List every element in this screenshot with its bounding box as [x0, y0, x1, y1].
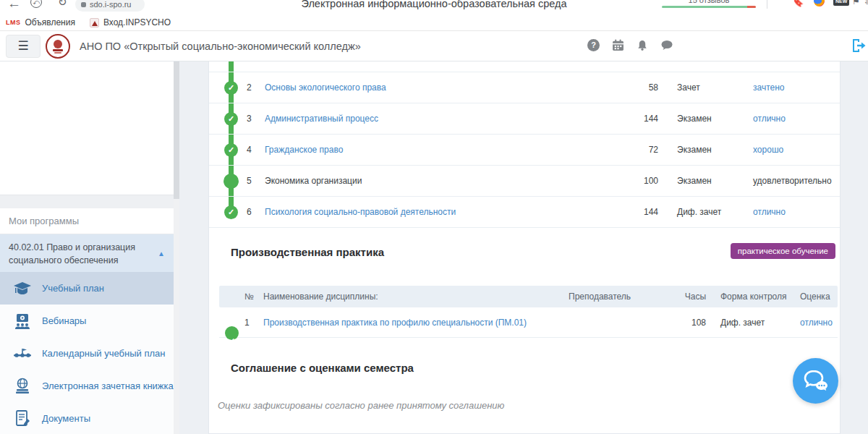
subject-link[interactable]: Гражданское право: [265, 145, 343, 155]
browser-chrome: ← ⤺ ↻ Электронная информационно-образова…: [0, 0, 868, 14]
program-name: 40.02.01 Право и организация социального…: [9, 242, 135, 265]
header-icons: ?: [587, 39, 673, 51]
download-icon[interactable]: ⇩: [864, 0, 868, 7]
subjects-table: ✓ 2 Основы экологического права 58 Зачет…: [209, 72, 840, 228]
logout-icon[interactable]: [851, 38, 867, 54]
sidebar-item-gradebook[interactable]: Электронная зачетная книжка: [0, 370, 174, 402]
sidebar-scrollbar[interactable]: [174, 61, 179, 434]
check-circle-icon: ✓: [224, 81, 238, 95]
row-number: 5: [247, 176, 252, 186]
sidebar-item-curriculum[interactable]: Учебный план: [0, 272, 174, 305]
hours-value: 108: [677, 318, 706, 328]
url-text: sdo.i-spo.ru: [90, 0, 131, 9]
graduation-cap-icon: [12, 278, 33, 299]
help-icon[interactable]: ?: [587, 39, 600, 51]
control-form: Экзамен: [677, 145, 712, 155]
bookmark-icon[interactable]: 🔖: [792, 0, 804, 7]
grade-link[interactable]: хорошо: [753, 145, 783, 155]
organization-name: АНО ПО «Открытый социально-экономический…: [80, 41, 361, 52]
bookmark-item-inpsycho[interactable]: Вход.INPSYCHO: [90, 17, 171, 27]
row-number: 4: [247, 145, 252, 155]
hours-value: 144: [626, 114, 658, 124]
grade-value: удовлетворительно: [753, 176, 832, 186]
hours-value: 100: [626, 176, 658, 186]
sidebar-item-webinars[interactable]: Вебинары: [0, 305, 174, 337]
control-form: Диф. зачет: [677, 207, 721, 217]
subject-link[interactable]: Административный процесс: [265, 114, 378, 124]
sidebar-item-documents[interactable]: Документы: [0, 402, 174, 434]
sidebar-item-label: Документы: [42, 413, 90, 424]
app-header: ☰ АНО ПО «Открытый социально-экономическ…: [0, 31, 868, 61]
bookmarks-bar: LMS Объявления Вход.INPSYCHO: [0, 14, 868, 31]
check-circle-icon: ✓: [225, 316, 239, 330]
new-badge[interactable]: NEW: [833, 0, 849, 6]
practical-training-badge[interactable]: практическое обучение: [731, 243, 835, 259]
sidebar-program-toggle[interactable]: 40.02.01 Право и организация социального…: [0, 234, 174, 272]
col-header-number: №: [244, 292, 254, 302]
sidebar: Мои программы 40.02.01 Право и организац…: [0, 61, 179, 434]
grade-link[interactable]: отлично: [753, 114, 786, 124]
row-number: 1: [244, 318, 250, 328]
row-number: 2: [247, 82, 252, 93]
table-row: ✓ 1 Производственная практика по профилю…: [219, 307, 838, 338]
grade-link[interactable]: зачтено: [753, 82, 785, 93]
toolbar-divider: [767, 0, 767, 9]
milestones-icon: [12, 343, 33, 365]
col-header-control: Форма контроля: [720, 292, 787, 302]
curriculum-panel: ✓ 2 Основы экологического права 58 Зачет…: [208, 61, 841, 434]
chat-icon[interactable]: [660, 39, 673, 51]
grade-link[interactable]: отлично: [753, 207, 786, 217]
agreement-section-heading: Соглашение с оценками семестра: [231, 362, 414, 374]
chevron-up-icon: ▲: [158, 249, 165, 260]
site-info-icon[interactable]: [81, 2, 86, 7]
pending-dot-icon: [224, 174, 238, 188]
subject-name: Экономика организации: [265, 176, 362, 186]
address-bar[interactable]: sdo.i-spo.ru: [75, 0, 145, 12]
table-row: ✓ 6 Психология социально-правовой деятел…: [209, 197, 840, 228]
emblem-icon: [90, 18, 99, 27]
sidebar-empty-panel: [0, 61, 174, 195]
lms-logo-icon: LMS: [6, 19, 21, 26]
subject-link[interactable]: Основы экологического права: [265, 82, 386, 93]
grade-link[interactable]: отлично: [800, 318, 833, 328]
sidebar-item-label: Календарный учебный план: [42, 348, 165, 359]
table-row: ✓ 2 Основы экологического права 58 Зачет…: [209, 72, 840, 103]
control-form: Диф. зачет: [720, 318, 765, 328]
bell-icon[interactable]: [637, 39, 648, 51]
document-pencil-icon: [12, 408, 33, 430]
col-header-grade: Оценка: [800, 292, 830, 302]
calendar-icon[interactable]: [612, 39, 624, 51]
flag-icon[interactable]: ⚑: [852, 0, 860, 7]
extension-reviews-badge[interactable]: 15 отзывов: [662, 0, 756, 8]
sidebar-item-label: Электронная зачетная книжка: [42, 380, 174, 391]
sidebar-scrollbar-thumb[interactable]: [174, 61, 179, 199]
chat-bubbles-icon: [802, 369, 830, 393]
page-body: Мои программы 40.02.01 Право и организац…: [0, 61, 868, 434]
practice-subject-link[interactable]: Производственная практика по профилю спе…: [263, 318, 527, 328]
bookmark-label: Объявления: [25, 17, 75, 27]
table-row: ✓ 3 Административный процесс 144 Экзамен…: [209, 103, 840, 135]
bookmark-item-announcements[interactable]: LMS Объявления: [6, 17, 75, 27]
practice-table-header: № Наименование дисциплины: Преподаватель…: [219, 286, 838, 307]
bookmark-label: Вход.INPSYCHO: [103, 17, 171, 27]
check-circle-icon: ✓: [224, 112, 238, 126]
hours-value: 72: [626, 145, 658, 155]
sidebar-item-calendar-plan[interactable]: Календарный учебный план: [0, 337, 174, 370]
subject-link[interactable]: Психология социально-правовой деятельнос…: [265, 207, 456, 217]
check-circle-icon: ✓: [224, 143, 238, 157]
menu-toggle-button[interactable]: ☰: [6, 35, 41, 58]
row-number: 3: [247, 114, 252, 124]
control-form: Зачет: [677, 82, 700, 93]
table-row-partial: [209, 61, 840, 72]
hours-value: 58: [626, 82, 658, 93]
chat-fab-button[interactable]: [793, 358, 838, 404]
table-row: 5 Экономика организации 100 Экзамен удов…: [209, 166, 840, 197]
row-number: 6: [247, 207, 252, 217]
reviews-rating-bar: [662, 6, 756, 8]
screen: ← ⤺ ↻ Электронная информационно-образова…: [0, 0, 868, 434]
agreement-note: Оценки зафиксированы согласно ранее прин…: [218, 400, 504, 411]
col-header-teacher: Преподаватель: [569, 292, 631, 302]
hours-value: 144: [626, 207, 658, 217]
table-row: ✓ 4 Гражданское право 72 Экзамен хорошо: [209, 135, 840, 166]
control-form: Экзамен: [677, 114, 712, 124]
